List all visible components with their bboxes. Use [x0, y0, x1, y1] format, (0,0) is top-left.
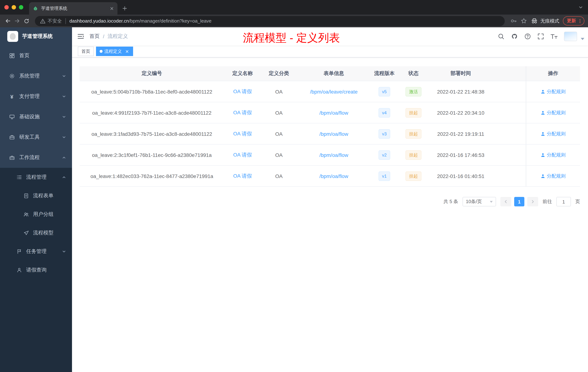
sidebar-item-workflow[interactable]: 工作流程: [0, 147, 72, 168]
address-bar[interactable]: 不安全 dashboard.yudao.iocoder.cn/bpm/manag…: [35, 16, 505, 26]
table-row: oa_leave:5:004b710b-7b8a-11ec-8ef0-acde4…: [80, 81, 580, 102]
table-spacer: [492, 102, 526, 123]
search-icon[interactable]: [494, 27, 508, 45]
column-header: 定义名称: [224, 66, 261, 81]
definition-category: OA: [261, 81, 297, 102]
sidebar-item-system[interactable]: 系统管理: [0, 66, 72, 86]
pagination: 共 5 条 10条/页 1 前往: [80, 197, 580, 206]
reload-button[interactable]: [22, 16, 31, 26]
window-zoom-button[interactable]: [19, 5, 23, 10]
document-icon: [23, 193, 29, 198]
url-domain: dashboard.yudao.iocoder.cn: [69, 18, 129, 24]
browser-menu-dots-icon[interactable]: [578, 18, 583, 23]
table-row: oa_leave:2:3c1f0ef1-76b1-11ec-9c66-a2380…: [80, 144, 580, 166]
column-header: 流程版本: [371, 66, 398, 81]
navbar-actions: [494, 27, 588, 45]
sidebar-toggle-button[interactable]: [72, 27, 89, 45]
status-badge: 挂起: [405, 129, 421, 139]
help-icon[interactable]: [521, 27, 534, 45]
chevron-down-icon: [62, 250, 66, 253]
url-divider: [65, 18, 66, 24]
tags-view-bar: 首页 流程定义: [72, 45, 588, 57]
form-link[interactable]: /bpm/oa/flow: [319, 110, 348, 116]
table-spacer: [492, 166, 526, 186]
definition-name-link[interactable]: OA 请假: [233, 109, 252, 116]
sidebar-item-infrastructure[interactable]: 基础设施: [0, 107, 72, 127]
chevron-up-icon: [62, 156, 66, 159]
assign-rule-button[interactable]: 分配规则: [541, 131, 566, 137]
new-tab-button[interactable]: [120, 3, 130, 13]
window-controls: [0, 0, 28, 15]
sidebar-item-user-groups[interactable]: 用户分组: [0, 205, 72, 223]
form-link[interactable]: /bpm/oa/flow: [319, 152, 348, 158]
sidebar-item-label: 用户分组: [33, 211, 53, 218]
avatar-caret-icon[interactable]: [581, 38, 584, 40]
password-key-icon[interactable]: [508, 16, 519, 26]
assign-rule-button[interactable]: 分配规则: [541, 88, 566, 95]
sidebar-item-label: 流程管理: [26, 174, 47, 180]
user-avatar[interactable]: [564, 32, 577, 41]
current-page-button[interactable]: 1: [514, 197, 524, 206]
chevron-up-icon: [62, 175, 66, 179]
tag-process-definition[interactable]: 流程定义: [96, 47, 133, 56]
goto-page-input[interactable]: [556, 197, 571, 206]
sidebar-item-payment[interactable]: ¥ 支付管理: [0, 86, 72, 107]
form-link[interactable]: /bpm/oa/flow: [319, 173, 348, 179]
back-button[interactable]: [3, 16, 12, 26]
sidebar-item-process-forms[interactable]: 流程表单: [0, 186, 72, 205]
tag-label: 首页: [82, 48, 90, 55]
sidebar-item-task-management[interactable]: 任务管理: [0, 242, 72, 261]
form-link[interactable]: /bpm/oa/flow: [319, 131, 348, 137]
assign-rule-button[interactable]: 分配规则: [541, 173, 566, 179]
definition-name-link[interactable]: OA 请假: [233, 88, 252, 95]
active-dot: [100, 50, 103, 53]
column-header: 定义编号: [80, 66, 224, 81]
monitor-icon: [9, 114, 15, 119]
url-path: /bpm/manager/definition?key=oa_leave: [129, 18, 212, 24]
tab-close-icon[interactable]: [109, 5, 115, 11]
tag-home[interactable]: 首页: [78, 47, 94, 56]
content-area: 流程模型 - 定义列表 首页 / 流程定义: [72, 27, 588, 372]
chevron-down-icon: [62, 135, 66, 139]
page-body: 定义编号 定义名称 定义分类 表单信息 流程版本 状态 部署时间 操作 oa_l…: [72, 57, 588, 372]
table-spacer: [492, 144, 526, 165]
sidebar-item-process-management[interactable]: 流程管理: [0, 168, 72, 186]
breadcrumb-home[interactable]: 首页: [89, 33, 100, 40]
page-size-select[interactable]: 10条/页: [462, 197, 496, 206]
definition-id: oa_leave:4:991f2193-7b7f-11ec-a3c8-acde4…: [80, 102, 224, 123]
version-badge: v1: [378, 171, 390, 181]
definition-category: OA: [261, 102, 297, 123]
font-size-icon[interactable]: [547, 27, 561, 45]
table-spacer: [492, 81, 526, 102]
github-icon[interactable]: [508, 27, 521, 45]
sidebar-item-process-models[interactable]: 流程模型: [0, 223, 72, 242]
definition-name-link[interactable]: OA 请假: [233, 173, 252, 179]
version-badge: v5: [378, 87, 390, 96]
sidebar-item-leave-query[interactable]: 请假查询: [0, 261, 72, 279]
window-minimize-button[interactable]: [12, 5, 16, 10]
form-link[interactable]: /bpm/oa/leave/create: [310, 89, 358, 94]
browser-tab[interactable]: 芋道管理系统: [29, 2, 117, 15]
definition-name-link[interactable]: OA 请假: [233, 152, 252, 158]
assign-rule-button[interactable]: 分配规则: [541, 109, 566, 116]
site-favicon: [33, 6, 38, 11]
sidebar-item-devtools[interactable]: 研发工具: [0, 127, 72, 147]
chrome-update-button[interactable]: 更新: [563, 16, 584, 25]
forward-button[interactable]: [12, 16, 22, 26]
table-spacer: [492, 123, 526, 144]
chevron-down-icon: [62, 74, 66, 78]
sidebar-item-home[interactable]: 首页: [0, 45, 72, 66]
brand[interactable]: 芋道管理系统: [0, 27, 72, 45]
fullscreen-icon[interactable]: [534, 27, 547, 45]
assign-rule-button[interactable]: 分配规则: [541, 152, 566, 158]
definition-id: oa_leave:5:004b710b-7b8a-11ec-8ef0-acde4…: [80, 81, 224, 102]
next-page-button[interactable]: [527, 197, 538, 206]
bookmark-star-icon[interactable]: [519, 16, 529, 26]
tab-search-chevron-icon[interactable]: [578, 0, 583, 15]
window-close-button[interactable]: [4, 5, 9, 10]
tag-close-icon[interactable]: [124, 49, 129, 54]
assign-rule-label: 分配规则: [547, 131, 566, 137]
definition-name-link[interactable]: OA 请假: [233, 131, 252, 137]
prev-page-button[interactable]: [500, 197, 511, 206]
page-size-value: 10条/页: [466, 198, 482, 205]
